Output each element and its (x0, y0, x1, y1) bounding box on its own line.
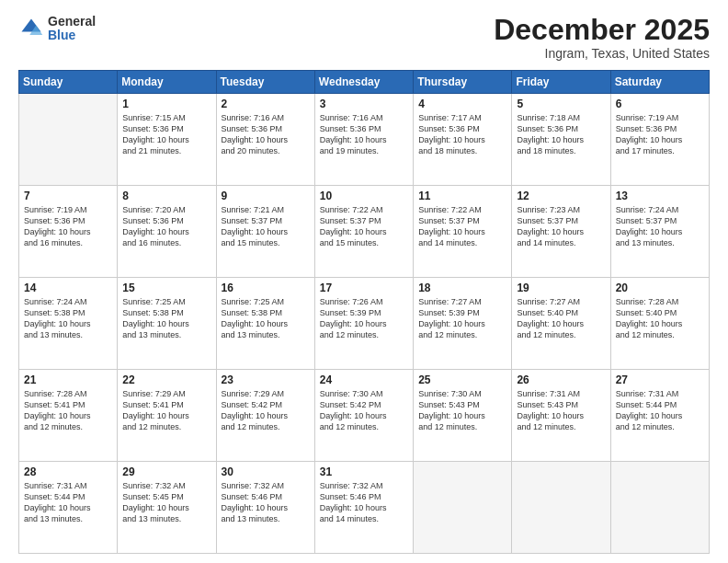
calendar-cell: 30Sunrise: 7:32 AM Sunset: 5:46 PM Dayli… (216, 462, 314, 554)
calendar-cell: 20Sunrise: 7:28 AM Sunset: 5:40 PM Dayli… (610, 278, 709, 370)
logo: General Blue (18, 15, 96, 43)
day-info: Sunrise: 7:15 AM Sunset: 5:36 PM Dayligh… (122, 112, 210, 157)
day-info: Sunrise: 7:22 AM Sunset: 5:37 PM Dayligh… (320, 204, 408, 249)
logo-icon (18, 16, 44, 41)
day-info: Sunrise: 7:19 AM Sunset: 5:36 PM Dayligh… (616, 112, 704, 157)
day-info: Sunrise: 7:23 AM Sunset: 5:37 PM Dayligh… (517, 204, 605, 249)
day-number: 11 (418, 190, 506, 202)
col-thursday: Thursday (414, 71, 512, 94)
day-number: 30 (222, 465, 310, 478)
calendar-title: December 2025 (494, 15, 710, 44)
day-info: Sunrise: 7:17 AM Sunset: 5:36 PM Dayligh… (418, 112, 506, 157)
day-info: Sunrise: 7:28 AM Sunset: 5:41 PM Dayligh… (24, 388, 112, 433)
calendar-week-1: 7Sunrise: 7:19 AM Sunset: 5:36 PM Daylig… (19, 186, 710, 278)
calendar-cell: 1Sunrise: 7:15 AM Sunset: 5:36 PM Daylig… (118, 94, 216, 186)
day-info: Sunrise: 7:20 AM Sunset: 5:36 PM Dayligh… (122, 204, 210, 249)
header: General Blue December 2025 Ingram, Texas… (18, 15, 710, 61)
calendar-header-row: Sunday Monday Tuesday Wednesday Thursday… (19, 71, 710, 94)
calendar-cell: 11Sunrise: 7:22 AM Sunset: 5:37 PM Dayli… (414, 186, 512, 278)
logo-general-text: General (48, 15, 96, 29)
day-info: Sunrise: 7:28 AM Sunset: 5:40 PM Dayligh… (616, 296, 704, 341)
day-number: 18 (418, 282, 506, 294)
day-number: 5 (517, 98, 605, 110)
calendar-cell: 24Sunrise: 7:30 AM Sunset: 5:42 PM Dayli… (314, 370, 413, 462)
day-info: Sunrise: 7:16 AM Sunset: 5:36 PM Dayligh… (320, 112, 408, 157)
col-sunday: Sunday (19, 71, 118, 94)
day-number: 13 (616, 190, 704, 202)
day-info: Sunrise: 7:25 AM Sunset: 5:38 PM Dayligh… (122, 296, 210, 341)
day-number: 7 (24, 190, 112, 202)
day-number: 25 (418, 373, 506, 386)
logo-blue-text: Blue (48, 29, 96, 42)
calendar-cell: 9Sunrise: 7:21 AM Sunset: 5:37 PM Daylig… (216, 186, 314, 278)
calendar-cell: 28Sunrise: 7:31 AM Sunset: 5:44 PM Dayli… (19, 462, 118, 554)
calendar-cell: 19Sunrise: 7:27 AM Sunset: 5:40 PM Dayli… (512, 278, 610, 370)
day-number: 17 (320, 282, 408, 294)
day-info: Sunrise: 7:24 AM Sunset: 5:38 PM Dayligh… (24, 296, 112, 341)
day-number: 23 (222, 373, 310, 386)
calendar-cell: 4Sunrise: 7:17 AM Sunset: 5:36 PM Daylig… (414, 94, 512, 186)
col-wednesday: Wednesday (314, 71, 413, 94)
day-info: Sunrise: 7:29 AM Sunset: 5:42 PM Dayligh… (222, 388, 310, 433)
day-info: Sunrise: 7:30 AM Sunset: 5:42 PM Dayligh… (320, 388, 408, 433)
day-number: 24 (320, 373, 408, 386)
day-number: 3 (320, 98, 408, 110)
calendar-cell: 7Sunrise: 7:19 AM Sunset: 5:36 PM Daylig… (19, 186, 118, 278)
calendar-week-2: 14Sunrise: 7:24 AM Sunset: 5:38 PM Dayli… (19, 278, 710, 370)
calendar-cell: 12Sunrise: 7:23 AM Sunset: 5:37 PM Dayli… (512, 186, 610, 278)
day-info: Sunrise: 7:27 AM Sunset: 5:39 PM Dayligh… (418, 296, 506, 341)
calendar-cell: 6Sunrise: 7:19 AM Sunset: 5:36 PM Daylig… (610, 94, 709, 186)
calendar-cell: 18Sunrise: 7:27 AM Sunset: 5:39 PM Dayli… (414, 278, 512, 370)
calendar-cell: 17Sunrise: 7:26 AM Sunset: 5:39 PM Dayli… (314, 278, 413, 370)
day-info: Sunrise: 7:22 AM Sunset: 5:37 PM Dayligh… (418, 204, 506, 249)
calendar-cell: 13Sunrise: 7:24 AM Sunset: 5:37 PM Dayli… (610, 186, 709, 278)
col-tuesday: Tuesday (216, 71, 314, 94)
day-info: Sunrise: 7:32 AM Sunset: 5:45 PM Dayligh… (122, 480, 210, 525)
day-number: 16 (222, 282, 310, 294)
day-number: 6 (616, 98, 704, 110)
day-info: Sunrise: 7:19 AM Sunset: 5:36 PM Dayligh… (24, 204, 112, 249)
calendar-cell: 29Sunrise: 7:32 AM Sunset: 5:45 PM Dayli… (118, 462, 216, 554)
calendar-cell: 3Sunrise: 7:16 AM Sunset: 5:36 PM Daylig… (314, 94, 413, 186)
day-info: Sunrise: 7:26 AM Sunset: 5:39 PM Dayligh… (320, 296, 408, 341)
calendar-cell: 26Sunrise: 7:31 AM Sunset: 5:43 PM Dayli… (512, 370, 610, 462)
day-number: 4 (418, 98, 506, 110)
calendar-cell: 15Sunrise: 7:25 AM Sunset: 5:38 PM Dayli… (118, 278, 216, 370)
calendar-cell: 25Sunrise: 7:30 AM Sunset: 5:43 PM Dayli… (414, 370, 512, 462)
col-friday: Friday (512, 71, 610, 94)
day-info: Sunrise: 7:32 AM Sunset: 5:46 PM Dayligh… (222, 480, 310, 525)
calendar-cell: 16Sunrise: 7:25 AM Sunset: 5:38 PM Dayli… (216, 278, 314, 370)
calendar-cell (414, 462, 512, 554)
day-info: Sunrise: 7:31 AM Sunset: 5:43 PM Dayligh… (517, 388, 605, 433)
day-number: 1 (122, 98, 210, 110)
day-info: Sunrise: 7:16 AM Sunset: 5:36 PM Dayligh… (222, 112, 310, 157)
calendar-cell: 14Sunrise: 7:24 AM Sunset: 5:38 PM Dayli… (19, 278, 118, 370)
col-saturday: Saturday (610, 71, 709, 94)
day-number: 12 (517, 190, 605, 202)
day-number: 8 (122, 190, 210, 202)
calendar-cell (610, 462, 709, 554)
calendar-cell: 23Sunrise: 7:29 AM Sunset: 5:42 PM Dayli… (216, 370, 314, 462)
day-info: Sunrise: 7:21 AM Sunset: 5:37 PM Dayligh… (222, 204, 310, 249)
day-number: 14 (24, 282, 112, 294)
day-info: Sunrise: 7:24 AM Sunset: 5:37 PM Dayligh… (616, 204, 704, 249)
calendar-week-3: 21Sunrise: 7:28 AM Sunset: 5:41 PM Dayli… (19, 370, 710, 462)
day-number: 26 (517, 373, 605, 386)
calendar-cell: 27Sunrise: 7:31 AM Sunset: 5:44 PM Dayli… (610, 370, 709, 462)
day-number: 2 (222, 98, 310, 110)
calendar-week-4: 28Sunrise: 7:31 AM Sunset: 5:44 PM Dayli… (19, 462, 710, 554)
day-number: 29 (122, 465, 210, 478)
calendar-cell: 21Sunrise: 7:28 AM Sunset: 5:41 PM Dayli… (19, 370, 118, 462)
day-info: Sunrise: 7:32 AM Sunset: 5:46 PM Dayligh… (320, 480, 408, 525)
day-number: 20 (616, 282, 704, 294)
day-number: 27 (616, 373, 704, 386)
day-number: 10 (320, 190, 408, 202)
day-number: 22 (122, 373, 210, 386)
page: General Blue December 2025 Ingram, Texas… (0, 0, 728, 563)
title-block: December 2025 Ingram, Texas, United Stat… (494, 15, 710, 61)
day-number: 28 (24, 465, 112, 478)
day-info: Sunrise: 7:18 AM Sunset: 5:36 PM Dayligh… (517, 112, 605, 157)
calendar-cell: 2Sunrise: 7:16 AM Sunset: 5:36 PM Daylig… (216, 94, 314, 186)
day-info: Sunrise: 7:31 AM Sunset: 5:44 PM Dayligh… (616, 388, 704, 433)
day-info: Sunrise: 7:30 AM Sunset: 5:43 PM Dayligh… (418, 388, 506, 433)
